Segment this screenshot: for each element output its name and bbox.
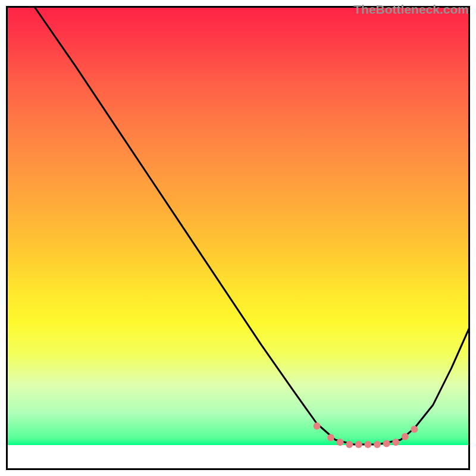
chart-container: TheBottleneck.com: [0, 0, 476, 476]
svg-point-0: [314, 422, 321, 430]
svg-point-1: [327, 434, 334, 441]
svg-point-3: [346, 441, 353, 448]
svg-point-5: [364, 441, 371, 448]
svg-point-6: [374, 441, 381, 448]
svg-point-9: [402, 433, 409, 440]
svg-point-4: [355, 441, 362, 448]
svg-point-7: [383, 440, 390, 447]
svg-point-10: [411, 425, 418, 433]
svg-point-2: [337, 439, 344, 446]
curve-svg: [6, 6, 470, 470]
plot-area: [6, 6, 470, 470]
marker-dots: [314, 422, 418, 448]
watermark-text: TheBottleneck.com: [353, 2, 469, 17]
svg-point-8: [392, 439, 399, 446]
bottleneck-curve: [34, 6, 470, 444]
